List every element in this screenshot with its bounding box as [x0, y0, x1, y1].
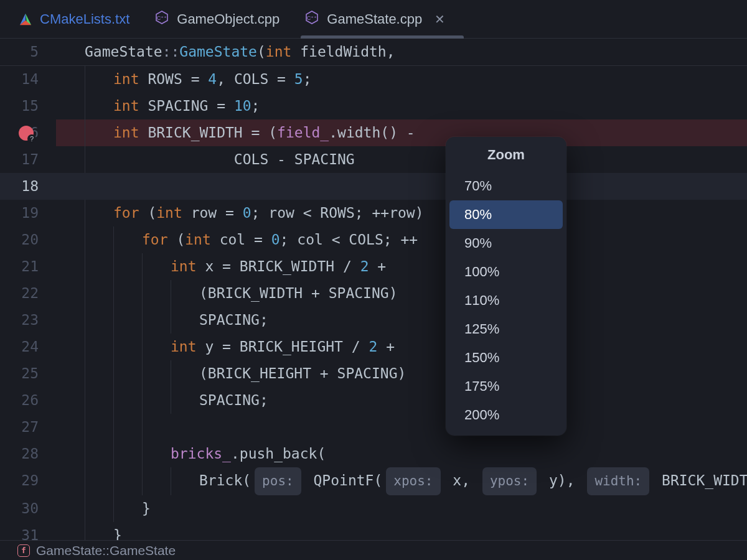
line-number: 25 [0, 360, 56, 387]
code-line-15[interactable]: 15int SPACING = 10; [0, 93, 747, 119]
code-text: } [142, 495, 151, 522]
line-number: 28 [0, 441, 56, 467]
zoom-option-70[interactable]: 70% [446, 172, 566, 200]
line-number: 5 [0, 39, 56, 65]
line-number: 21 [0, 253, 56, 280]
zoom-option-175[interactable]: 175% [446, 372, 566, 401]
code-line-18[interactable]: 18 [0, 173, 747, 200]
code-line-16[interactable]: 16int BRICK_WIDTH = (field_.width() - [0, 119, 747, 146]
function-badge-icon: f [17, 544, 30, 557]
tab-cmakelists[interactable]: CMakeLists.txt [19, 0, 129, 38]
code-line-23[interactable]: 23SPACING; [0, 307, 747, 334]
code-text: for (int col = 0; col < COLS; ++ [142, 226, 418, 253]
tab-bar: CMakeLists.txt C⁺⁺ GameObject.cpp C⁺⁺ Ga… [0, 0, 747, 39]
zoom-popup: Zoom 70%80%90%100%110%125%150%175%200% [446, 137, 566, 436]
line-number: 30 [0, 495, 56, 522]
code-line-17[interactable]: 17 COLS - SPACING xxxxxxxxxxxx T = 30; [0, 146, 747, 173]
code-line-28[interactable]: 28bricks_.push_back( [0, 441, 747, 467]
line-number: 19 [0, 200, 56, 226]
code-text: bricks_.push_back( [171, 441, 326, 467]
zoom-option-125[interactable]: 125% [446, 315, 566, 343]
breakpoint-icon[interactable] [19, 126, 34, 141]
line-number: 14 [0, 66, 56, 93]
code-line-30[interactable]: 30} [0, 495, 747, 522]
zoom-option-100[interactable]: 100% [446, 258, 566, 286]
code-text: Brick(pos: QPointF(xpos: x, ypos: y), wi… [199, 467, 747, 495]
code-line-21[interactable]: 21int x = BRICK_WIDTH / 2 + [0, 253, 747, 280]
line-number: 22 [0, 280, 56, 307]
tab-label: CMakeLists.txt [40, 11, 129, 27]
line-number: 26 [0, 387, 56, 414]
code-text: (BRICK_HEIGHT + SPACING) [199, 360, 406, 387]
code-line-27[interactable]: 27 [0, 414, 747, 441]
code-line-24[interactable]: 24int y = BRICK_HEIGHT / 2 + [0, 334, 747, 360]
code-line-26[interactable]: 26SPACING; [0, 387, 747, 414]
code-text: int ROWS = 4, COLS = 5; [113, 66, 312, 93]
code-text: int y = BRICK_HEIGHT / 2 + [171, 334, 395, 360]
code-line-20[interactable]: 20for (int col = 0; col < COLS; ++ [0, 226, 747, 253]
line-number: 17 [0, 146, 56, 173]
close-icon[interactable]: ✕ [435, 12, 445, 27]
cpp-icon: C⁺⁺ [154, 10, 169, 29]
line-number: 18 [0, 173, 56, 200]
breadcrumb[interactable]: f GameState::GameState [0, 540, 747, 560]
code-line-14[interactable]: 14int ROWS = 4, COLS = 5; [0, 66, 747, 93]
zoom-option-90[interactable]: 90% [446, 229, 566, 258]
line-number: 29 [0, 467, 56, 495]
code-line-25[interactable]: 25(BRICK_HEIGHT + SPACING) [0, 360, 747, 387]
code-text: (BRICK_WIDTH + SPACING) [199, 280, 406, 307]
code-line-19[interactable]: 19for (int row = 0; row < ROWS; ++row) [0, 200, 747, 226]
cpp-icon: C⁺⁺ [304, 10, 319, 29]
code-text: int BRICK_WIDTH = (field_.width() - [113, 119, 424, 146]
breadcrumb-text: GameState::GameState [36, 543, 176, 558]
tab-label: GameObject.cpp [177, 11, 280, 27]
svg-text:C⁺⁺: C⁺⁺ [307, 15, 317, 21]
code-editor[interactable]: 5 GameState::GameState(int fieldWidth, 1… [0, 39, 747, 549]
svg-text:C⁺⁺: C⁺⁺ [157, 15, 167, 21]
tab-gameobject[interactable]: C⁺⁺ GameObject.cpp [154, 0, 280, 38]
line-number: 15 [0, 93, 56, 119]
line-number: 23 [0, 307, 56, 334]
tab-label: GameState.cpp [327, 11, 422, 27]
code-text: int SPACING = 10; [113, 93, 260, 119]
line-number: 20 [0, 226, 56, 253]
code-line-29[interactable]: 29Brick(pos: QPointF(xpos: x, ypos: y), … [0, 467, 747, 495]
zoom-title: Zoom [446, 137, 566, 172]
sticky-header: 5 GameState::GameState(int fieldWidth, [0, 39, 747, 66]
line-number: 27 [0, 414, 56, 441]
zoom-option-200[interactable]: 200% [446, 401, 566, 429]
tab-gamestate[interactable]: C⁺⁺ GameState.cpp ✕ [304, 0, 445, 38]
zoom-option-80[interactable]: 80% [449, 200, 563, 229]
line-number: 16 [0, 119, 56, 146]
code-text: for (int row = 0; row < ROWS; ++row) [113, 200, 424, 226]
cmake-icon [19, 12, 32, 26]
code-text: GameState::GameState(int fieldWidth, [85, 39, 395, 65]
zoom-option-110[interactable]: 110% [446, 286, 566, 315]
zoom-option-150[interactable]: 150% [446, 343, 566, 372]
code-line-22[interactable]: 22(BRICK_WIDTH + SPACING) [0, 280, 747, 307]
code-text: int x = BRICK_WIDTH / 2 + [171, 253, 386, 280]
line-number: 24 [0, 334, 56, 360]
code-text: SPACING; [199, 387, 268, 414]
code-text: SPACING; [199, 307, 268, 334]
